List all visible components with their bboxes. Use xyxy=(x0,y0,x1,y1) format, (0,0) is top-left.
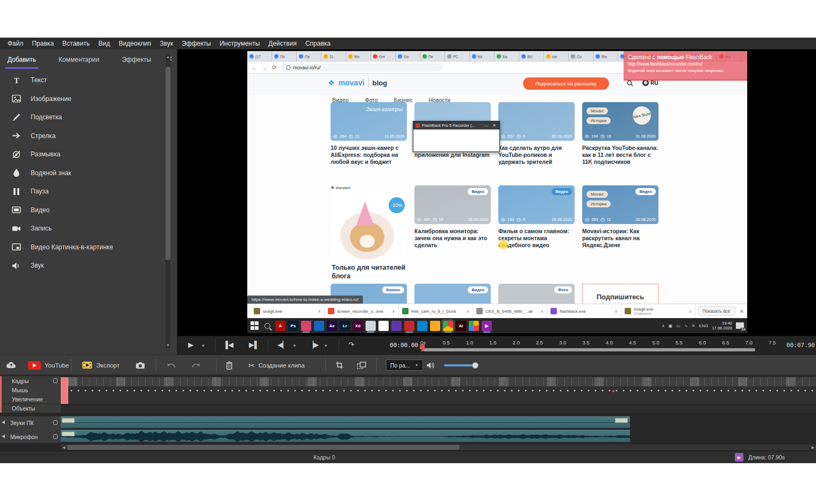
scroll-right-icon[interactable]: ▶ xyxy=(812,445,814,450)
tray-icon[interactable]: ▭ xyxy=(676,323,681,328)
browser-tab[interactable]: Ма xyxy=(593,51,618,62)
browser-tab[interactable]: Па xyxy=(297,51,321,62)
horizontal-scrollbar[interactable]: ◀ ▶ xyxy=(0,444,816,451)
ruler-track[interactable] xyxy=(423,348,755,351)
track-header-Звуки ПК[interactable]: Звуки ПК xyxy=(0,416,61,429)
step-forward-button[interactable]: ▕▶ xyxy=(308,341,319,349)
add-item-Изображение[interactable]: Изображение xyxy=(0,90,161,109)
mouse-track[interactable] xyxy=(68,386,816,395)
undo-button[interactable] xyxy=(167,355,176,375)
article-thumbnail[interactable]: Видео xyxy=(414,284,491,304)
browser-tab[interactable]: Мо xyxy=(346,51,371,62)
subscribe-box[interactable]: Подпишитесь xyxy=(582,284,658,304)
menu-item-Эффекты[interactable]: Эффекты xyxy=(177,40,216,47)
snapshot-button[interactable] xyxy=(135,355,145,375)
download-item[interactable]: free_cam_ru_8_/_Duns∧ xyxy=(399,304,473,319)
step-forward-dropdown-icon[interactable]: ▼ xyxy=(324,343,328,348)
article-card[interactable]: MovaviИсторииВидео3531120.08.2020Movavi-… xyxy=(582,185,658,248)
taskbar-icon-media-app[interactable] xyxy=(301,321,311,331)
article-title[interactable]: Раскрутка YouTube-канала: как в 11 лет в… xyxy=(582,145,658,165)
track-header-Увеличение[interactable]: Увеличение xyxy=(2,394,61,404)
menu-item-Видеоклип[interactable]: Видеоклип xyxy=(114,40,156,47)
scroll-up-icon[interactable]: ▲ xyxy=(166,55,170,59)
tray-icon[interactable]: ∧ xyxy=(662,323,665,328)
browser-tab[interactable]: BU xyxy=(519,51,544,62)
add-item-Видео Картинка-в-картинке[interactable]: Видео Картинка-в-картинке xyxy=(0,238,161,257)
step-back-button[interactable]: ◀▏ xyxy=(277,341,288,349)
article-title[interactable]: Как сделать аутро для YouTube-роликов и … xyxy=(498,145,575,165)
download-item[interactable]: snagit.exe∧ xyxy=(250,304,325,319)
add-item-Подсветка[interactable]: Подсветка xyxy=(0,108,161,127)
selection-clip[interactable] xyxy=(61,377,68,404)
taskbar-clock[interactable]: 19:4017.06.2020 xyxy=(712,321,732,331)
article-title[interactable]: 10 лучших экшн-камер с AliExpress: подбо… xyxy=(331,145,407,165)
frames-track[interactable] xyxy=(68,377,816,386)
youtube-button[interactable]: YouTube xyxy=(28,355,69,375)
lock-icon[interactable] xyxy=(53,420,58,425)
browser-tab[interactable]: Gm xyxy=(371,51,396,62)
chevron-up-icon[interactable]: ∧ xyxy=(689,309,692,314)
browser-tab[interactable]: Ка xyxy=(470,51,495,62)
scroll-left-icon[interactable]: ◀ xyxy=(62,445,65,450)
browser-tab[interactable]: Go xyxy=(396,51,420,62)
menu-item-Действия[interactable]: Действия xyxy=(264,40,301,47)
scrollbar-thumb[interactable] xyxy=(166,67,170,260)
sidebar-scrollbar[interactable]: ▲ ▼ xyxy=(166,54,170,348)
select-frames-button[interactable] xyxy=(357,355,366,375)
play-button[interactable]: ▶ xyxy=(188,341,194,349)
article-card[interactable]: Видео4871528.05.2020Калибровка монитора:… xyxy=(414,185,491,248)
article-title[interactable]: Фильм о самом главном: секреты монтажа с… xyxy=(498,228,575,248)
track-header-Мышь[interactable]: Мышь xyxy=(2,385,61,394)
keyboard-lang-indicator[interactable]: ENG xyxy=(699,323,708,328)
notification-center-icon[interactable]: 34 xyxy=(736,322,744,329)
taskbar-search-icon[interactable] xyxy=(262,321,273,331)
download-item[interactable]: snagit.exeОтменено∧ xyxy=(621,304,696,319)
taskbar-icon-acrobat[interactable]: A xyxy=(275,321,285,331)
menu-item-Файл[interactable]: Файл xyxy=(3,40,28,47)
chevron-up-icon[interactable]: ∧ xyxy=(318,309,321,314)
taskbar-icon-capture-app[interactable]: ▶ xyxy=(482,321,492,331)
lock-icon[interactable] xyxy=(53,434,58,439)
promo-card[interactable]: ❖ movavi-10%Только для читателей блогаВи… xyxy=(331,185,407,290)
play-dropdown-icon[interactable]: ▼ xyxy=(201,343,205,348)
create-clip-button[interactable]: ✂ Создание клипа xyxy=(248,355,305,375)
article-title[interactable]: Movavi-истории: Как раскрутить канал на … xyxy=(582,228,658,248)
mute-button[interactable] xyxy=(426,355,435,375)
volume-slider[interactable] xyxy=(444,355,477,375)
objects-track[interactable] xyxy=(61,405,816,414)
taskbar-icon-telegram[interactable] xyxy=(417,321,427,331)
add-item-Звук[interactable]: Звук xyxy=(0,256,161,275)
track-header-Объекты[interactable]: Объекты xyxy=(2,404,61,413)
browser-tab[interactable]: Пе xyxy=(420,51,445,62)
browser-tab[interactable]: РС xyxy=(445,51,470,62)
close-downloads-icon[interactable]: ✕ xyxy=(740,308,744,314)
export-button[interactable]: Экспорт xyxy=(82,355,119,375)
browser-tab[interactable]: Ба xyxy=(495,51,519,62)
menu-item-Инструменты[interactable]: Инструменты xyxy=(215,40,264,47)
taskbar-icon-store[interactable] xyxy=(378,321,389,331)
taskbar-icon-lightroom[interactable]: Lr xyxy=(340,321,350,331)
menu-item-Вид[interactable]: Вид xyxy=(94,40,114,47)
track-header-Кадры[interactable]: Кадры⯀ xyxy=(2,376,61,385)
zoom-fit-select[interactable]: По ра... ▼ xyxy=(386,355,423,375)
taskbar-icon-after-effects[interactable]: Ae xyxy=(327,321,337,331)
show-all-downloads-button[interactable]: Показать все xyxy=(698,306,735,316)
panel-tab-Эффекты[interactable]: Эффекты xyxy=(120,54,154,69)
menu-item-Звук[interactable]: Звук xyxy=(155,40,177,47)
article-thumbnail[interactable]: Фото xyxy=(498,284,575,304)
download-item[interactable]: flashback.exe∧ xyxy=(547,304,621,319)
menu-item-Вставить[interactable]: Вставить xyxy=(58,40,94,47)
menu-item-Правка[interactable]: Правка xyxy=(28,40,59,47)
tray-icon[interactable]: ▣ xyxy=(669,323,673,328)
add-item-Стрелка[interactable]: Стрелка xyxy=(0,127,161,146)
taskbar-icon-adobe-xd[interactable]: Xd xyxy=(353,321,363,331)
start-button-icon[interactable] xyxy=(249,321,260,331)
tray-icon[interactable]: ∿ xyxy=(684,323,688,328)
microphone-track[interactable] xyxy=(61,430,630,442)
delete-button[interactable] xyxy=(226,355,233,375)
cloud-upload-button[interactable] xyxy=(6,355,16,375)
article-card[interactable]: Экшн-камеры2641111.05.202010 лучших экшн… xyxy=(331,102,407,165)
redo-button[interactable] xyxy=(191,355,201,375)
taskbar-icon-chrome[interactable] xyxy=(443,321,453,331)
skip-start-button[interactable]: ▐◀ xyxy=(223,341,233,349)
